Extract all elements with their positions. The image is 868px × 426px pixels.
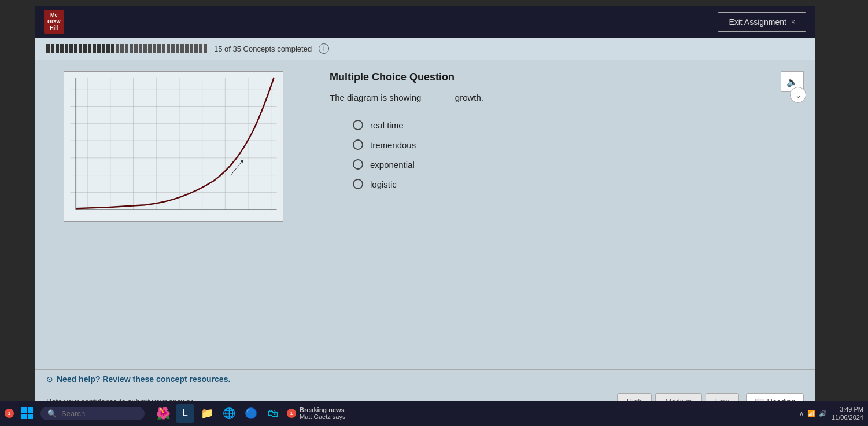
option-label-real-time: real time — [370, 120, 404, 130]
option-label-tremendous: tremendous — [370, 140, 416, 150]
taskbar-app-icons: 🌺 L 📁 🌐 🔵 🛍 — [154, 404, 282, 423]
taskbar-search-input[interactable] — [61, 409, 131, 418]
news-subtitle: Matt Gaetz says — [300, 413, 345, 420]
progress-ticks — [46, 44, 207, 53]
right-panel: Multiple Choice Question The diagram is … — [312, 60, 815, 401]
graph-svg — [64, 72, 283, 221]
help-chevron-icon: ⊙ — [46, 374, 53, 384]
sys-tray: ∧ 📶 🔊 — [799, 410, 827, 417]
clock-date: 11/06/2024 — [832, 413, 863, 421]
collapse-chevron[interactable]: ⌄ — [790, 87, 806, 103]
progress-bar — [46, 44, 207, 53]
help-link-area: ⊙ Need help? Review these concept resour… — [35, 370, 815, 388]
graph-container — [64, 71, 283, 222]
news-label: Breaking news — [300, 406, 345, 413]
radio-real-time[interactable] — [353, 120, 363, 130]
top-bar: Mc Graw Hill Exit Assignment × — [35, 6, 815, 38]
taskbar-right: ∧ 📶 🔊 3:49 PM 11/06/2024 — [799, 405, 863, 422]
taskbar: 1 🔍 🌺 L 📁 🌐 🔵 🛍 1 Breaking news Matt Gae… — [0, 401, 868, 426]
news-area: 1 Breaking news Matt Gaetz says — [287, 406, 345, 420]
close-icon: × — [791, 18, 795, 26]
taskbar-app-l[interactable]: L — [176, 404, 194, 423]
taskbar-app-edge[interactable]: 🌐 — [220, 404, 238, 423]
notification-badge: 1 — [5, 409, 14, 418]
logo-area: Mc Graw Hill — [44, 10, 64, 33]
search-icon: 🔍 — [47, 409, 57, 418]
radio-exponential[interactable] — [353, 159, 363, 170]
clock-time: 3:49 PM — [832, 405, 863, 413]
option-exponential[interactable]: exponential — [353, 159, 798, 170]
taskbar-app-emoji[interactable]: 🌺 — [154, 404, 172, 423]
audio-icon: 🔈 — [786, 76, 798, 87]
main-content: Multiple Choice Question The diagram is … — [35, 60, 815, 401]
option-label-logistic: logistic — [370, 179, 397, 189]
windows-start-button[interactable] — [19, 405, 36, 422]
question-title: Multiple Choice Question — [330, 71, 798, 83]
taskbar-search-bar[interactable]: 🔍 — [40, 407, 145, 420]
exit-assignment-button[interactable]: Exit Assignment × — [718, 12, 806, 32]
windows-icon — [21, 407, 33, 419]
question-text: The diagram is showing ______ growth. — [330, 93, 798, 102]
radio-logistic[interactable] — [353, 179, 363, 189]
options-list: real time tremendous exponential logisti… — [353, 120, 798, 189]
progress-label: 15 of 35 Concepts completed — [214, 45, 312, 53]
option-logistic[interactable]: logistic — [353, 179, 798, 189]
left-panel — [35, 60, 312, 401]
progress-area: 15 of 35 Concepts completed i — [35, 38, 815, 60]
info-icon[interactable]: i — [319, 43, 329, 54]
taskbar-app-store[interactable]: 🛍 — [264, 404, 282, 423]
radio-tremendous[interactable] — [353, 139, 363, 150]
wifi-icon: 🔊 — [819, 410, 827, 417]
logo: Mc Graw Hill — [44, 10, 64, 33]
option-tremendous[interactable]: tremendous — [353, 139, 798, 150]
clock-area: 3:49 PM 11/06/2024 — [832, 405, 863, 422]
option-real-time[interactable]: real time — [353, 120, 798, 130]
news-badge: 1 — [287, 409, 296, 418]
taskbar-app-files[interactable]: 📁 — [198, 404, 216, 423]
option-label-exponential: exponential — [370, 160, 415, 170]
network-icon: 📶 — [807, 410, 815, 417]
taskbar-app-chrome[interactable]: 🔵 — [242, 404, 260, 423]
help-resources-link[interactable]: Need help? Review these concept resource… — [57, 374, 230, 384]
chevron-up-icon[interactable]: ∧ — [799, 410, 804, 417]
